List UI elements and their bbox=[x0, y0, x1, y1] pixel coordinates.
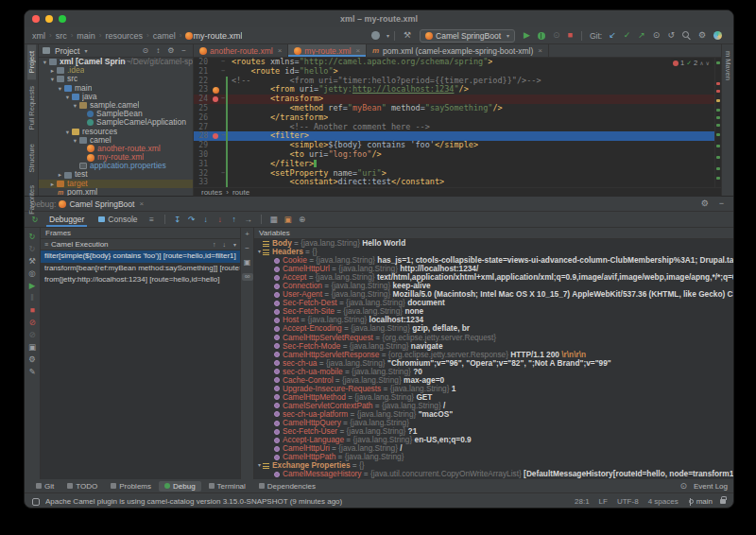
prev-frame-icon[interactable]: ↑ bbox=[213, 241, 216, 248]
code-line-24[interactable]: 24− <transform> bbox=[194, 95, 721, 104]
status-28-1[interactable]: 28:1 bbox=[575, 497, 590, 506]
force-step-into-icon[interactable]: ↓ bbox=[214, 216, 227, 224]
expand-arrow-icon[interactable]: ▾ bbox=[256, 248, 263, 256]
modify-run-config-icon[interactable]: ⚒ bbox=[26, 255, 39, 268]
variable-row-accept[interactable]: Accept = {java.lang.String} text/html,ap… bbox=[254, 273, 733, 282]
tool-window-button-problems[interactable]: Problems bbox=[105, 481, 157, 492]
variable-row-camelhttpuri[interactable]: CamelHttpUri = {java.lang.String} / bbox=[254, 444, 733, 453]
tool-window-button-debug[interactable]: Debug bbox=[159, 481, 201, 492]
variable-row-accept-encoding[interactable]: Accept-Encoding = {java.lang.String} gzi… bbox=[254, 324, 733, 333]
tree-expand-icon[interactable]: ▾ bbox=[42, 58, 48, 66]
editor-tab-my-route-xml[interactable]: my-route.xml× bbox=[288, 44, 367, 57]
code-line-30[interactable]: 30 <to uri="log:foo"/> bbox=[194, 150, 721, 160]
remove-watch-icon[interactable]: − bbox=[242, 245, 253, 252]
stop-button[interactable]: ■ bbox=[568, 31, 573, 40]
more-options-icon[interactable]: ⊕ bbox=[296, 216, 309, 224]
tree-item-sample-camel[interactable]: ▾sample.camel bbox=[39, 101, 193, 110]
run-to-cursor-icon[interactable]: → bbox=[242, 216, 255, 224]
update-project-icon[interactable]: ↙ bbox=[609, 31, 616, 40]
user-avatar-icon[interactable] bbox=[371, 31, 380, 40]
tab-console[interactable]: Console bbox=[92, 212, 144, 227]
rerun-disabled-icon[interactable]: ↻ bbox=[26, 243, 39, 255]
view-breakpoints-icon[interactable]: ⊘ bbox=[26, 329, 39, 341]
tree-expand-icon[interactable]: ▾ bbox=[64, 93, 71, 101]
code-area[interactable]: 20−<routes xmlns="http://camel.apache.or… bbox=[194, 58, 721, 187]
layout-options-icon[interactable]: ≡ bbox=[146, 216, 159, 224]
status-utf-8[interactable]: UTF-8 bbox=[617, 497, 639, 506]
variable-row-camelhttppath[interactable]: CamelHttpPath = {java.lang.String} bbox=[254, 453, 733, 461]
debug-session-tab[interactable]: Camel SpringBoot bbox=[69, 199, 134, 209]
breadcrumb-item-resources[interactable]: resources bbox=[106, 31, 144, 41]
tool-window-button-todo[interactable]: TODO bbox=[61, 481, 103, 492]
close-tab-icon[interactable]: × bbox=[538, 46, 542, 55]
minimize-window-button[interactable] bbox=[45, 15, 53, 23]
duplicate-icon[interactable]: ▣ bbox=[242, 259, 253, 267]
code-line-21[interactable]: 21− <route id="hello"> bbox=[194, 67, 721, 77]
tree-expand-icon[interactable]: ▾ bbox=[64, 128, 71, 136]
next-issue-icon[interactable]: ∨ bbox=[706, 60, 710, 66]
code-line-20[interactable]: 20−<routes xmlns="http://camel.apache.or… bbox=[194, 58, 721, 67]
tree-item-resources[interactable]: ▾resources bbox=[39, 128, 193, 136]
variable-row-sec-fetch-mode[interactable]: Sec-Fetch-Mode = {java.lang.String} navi… bbox=[254, 342, 733, 351]
add-watch-icon[interactable]: + bbox=[242, 231, 253, 238]
close-window-button[interactable] bbox=[32, 15, 40, 23]
tool-window-button-git[interactable]: Git bbox=[30, 481, 60, 492]
prev-issue-icon[interactable]: ∧ bbox=[699, 60, 703, 66]
hide-debug-window-icon[interactable]: − bbox=[719, 199, 724, 208]
tree-item-another-route-xml[interactable]: another-route.xml bbox=[39, 145, 193, 153]
variable-row-camelhttpservletresponse[interactable]: CamelHttpServletResponse = {org.eclipse.… bbox=[254, 351, 733, 359]
evaluate-icon[interactable]: ◎ bbox=[26, 268, 39, 280]
variable-row-upgrade-insecure-requests[interactable]: Upgrade-Insecure-Requests = {java.lang.S… bbox=[254, 385, 733, 393]
resume-icon[interactable]: ▶ bbox=[26, 280, 39, 292]
code-line-33[interactable]: 33 <constant>direct:test</constant> bbox=[194, 178, 721, 187]
variable-row-cache-control[interactable]: Cache-Control = {java.lang.String} max-a… bbox=[254, 376, 733, 385]
tree-expand-icon[interactable]: ▸ bbox=[49, 66, 56, 75]
threads-view-icon[interactable]: ▦ bbox=[267, 216, 281, 224]
chevron-down-icon[interactable]: ▾ bbox=[84, 47, 87, 54]
restore-layout-icon[interactable]: ▣ bbox=[282, 216, 295, 224]
thread-dump-icon[interactable]: ▣ bbox=[26, 341, 39, 354]
variable-row-sec-fetch-dest[interactable]: Sec-Fetch-Dest = {java.lang.String} docu… bbox=[254, 299, 733, 307]
code-line-27[interactable]: 27 <!-- Another comment here --> bbox=[194, 123, 721, 132]
zoom-window-button[interactable] bbox=[59, 15, 66, 23]
show-execution-point-icon[interactable]: ↧ bbox=[171, 216, 184, 224]
tree-expand-icon[interactable]: ▸ bbox=[49, 180, 56, 188]
tree-item-target[interactable]: ▸target bbox=[39, 180, 193, 188]
tree-expand-icon[interactable]: ▾ bbox=[49, 75, 56, 83]
tool-window-button-project[interactable]: Project bbox=[27, 44, 36, 79]
breadcrumb-item-my-route-xml[interactable]: my-route.xml bbox=[185, 31, 242, 41]
editor-tab-another-route-xml[interactable]: another-route.xml× bbox=[194, 44, 288, 57]
variable-row-exchange-properties[interactable]: ▾Exchange Properties = {} bbox=[254, 461, 733, 470]
event-log-button[interactable]: ⊙ Event Log bbox=[676, 482, 728, 491]
variable-row-accept-language[interactable]: Accept-Language = {java.lang.String} en-… bbox=[254, 436, 733, 444]
tree-item-java[interactable]: ▾java bbox=[39, 93, 193, 101]
pin-icon[interactable]: ✎ bbox=[26, 366, 39, 378]
tree-item-idea[interactable]: ▸.idea bbox=[39, 66, 193, 75]
next-frame-icon[interactable]: ↓ bbox=[222, 241, 226, 248]
stack-frame[interactable]: filter[simple(${body} contains 'foo')] [… bbox=[41, 250, 240, 263]
rerun-icon[interactable]: ↻ bbox=[26, 231, 39, 243]
inspections-widget[interactable]: 1 ✓ 2 ∧ ∨ bbox=[671, 59, 712, 67]
thread-selector[interactable]: ≡ Camel Execution ↑ ↓ ▾ bbox=[41, 239, 240, 250]
fold-icon[interactable]: − bbox=[220, 58, 226, 67]
rollback-icon[interactable]: ↺ bbox=[667, 31, 675, 40]
fold-icon[interactable]: − bbox=[220, 67, 226, 77]
editor-breadcrumb-routes[interactable]: routes bbox=[201, 188, 222, 197]
breakpoint-gutter[interactable] bbox=[211, 133, 220, 139]
run-configuration-select[interactable]: Camel SpringBoot ▾ bbox=[420, 29, 515, 43]
run-button[interactable]: ▶ bbox=[524, 31, 530, 40]
tree-expand-icon[interactable]: ▸ bbox=[57, 170, 63, 179]
tree-item-application-properties[interactable]: application.properties bbox=[39, 162, 193, 170]
breakpoint-gutter[interactable] bbox=[211, 96, 220, 102]
code-line-23[interactable]: 23 <from uri="jetty:http://localhost:123… bbox=[194, 85, 721, 95]
variable-row-sec-ch-ua-platform[interactable]: sec-ch-ua-platform = {java.lang.String} … bbox=[254, 410, 733, 419]
local-history-icon[interactable]: ⊙ bbox=[653, 31, 661, 40]
variable-row-body[interactable]: Body = {java.lang.String} Hello World bbox=[254, 239, 733, 248]
close-tab-icon[interactable]: × bbox=[278, 46, 283, 55]
debug-settings-icon[interactable]: ⚙ bbox=[26, 354, 39, 366]
close-tab-icon[interactable]: × bbox=[355, 46, 360, 55]
editor-breadcrumb-route[interactable]: route bbox=[232, 188, 249, 197]
tree-item-pom-xml[interactable]: mpom.xml bbox=[39, 188, 193, 196]
variable-row-camelhttpurl[interactable]: CamelHttpUrl = {java.lang.String} http:/… bbox=[254, 265, 733, 273]
plugin-icon[interactable] bbox=[713, 31, 722, 40]
